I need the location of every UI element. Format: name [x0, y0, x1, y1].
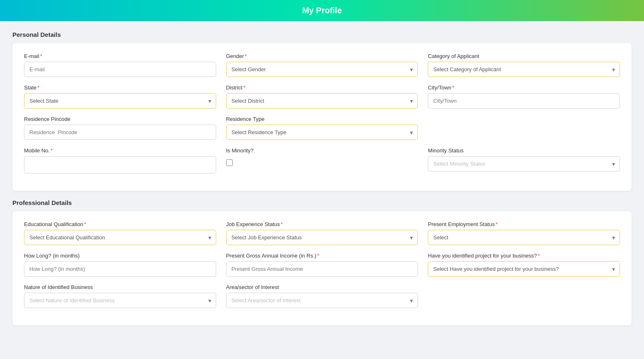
pincode-label: Residence Pincode — [24, 116, 216, 122]
job-exp-group: Job Experience Status* Select Job Experi… — [226, 221, 418, 245]
edu-qual-group: Educational Qualification* Select Educat… — [24, 221, 216, 245]
is-minority-label: Is Minority? — [226, 147, 253, 154]
email-label: E-mail* — [24, 53, 216, 59]
pincode-input[interactable] — [24, 125, 216, 140]
state-select-wrapper: Select State — [24, 93, 216, 108]
how-long-input[interactable] — [24, 261, 216, 277]
job-exp-label: Job Experience Status* — [226, 221, 418, 227]
placeholder-col-3 — [428, 116, 620, 140]
gender-select[interactable]: Select Gender — [226, 62, 418, 77]
identified-project-select[interactable]: Select Have you identified project for y… — [428, 261, 620, 277]
employment-status-label: Present Employment Status* — [428, 221, 620, 227]
minority-status-select-wrapper: Select Minority Status — [428, 156, 620, 171]
identified-project-group: Have you identified project for your bus… — [428, 253, 620, 277]
page-header: My Profile — [0, 0, 644, 21]
personal-details-card: E-mail* Gender* Select Gender Category o… — [12, 43, 632, 191]
employment-status-select[interactable]: Select — [428, 230, 620, 245]
residence-type-label: Residence Type — [226, 116, 418, 122]
email-group: E-mail* — [24, 53, 216, 77]
district-label: District* — [226, 84, 418, 91]
how-long-label: How Long? (in months) — [24, 253, 216, 259]
personal-section-title: Personal Details — [12, 31, 632, 38]
mobile-input[interactable] — [24, 156, 216, 173]
minority-status-label: Minority Status — [428, 147, 620, 154]
page-title: My Profile — [6, 6, 638, 15]
area-sector-group: Area/sector of Interest Select Area/sect… — [226, 284, 418, 308]
category-select[interactable]: Select Category of Applicant — [428, 62, 620, 77]
minority-status-group: Minority Status Select Minority Status — [428, 147, 620, 173]
income-group: Present Gross Annual Income (in Rs.)* — [226, 253, 418, 277]
district-select-wrapper: Select District — [226, 93, 418, 108]
state-group: State* Select State — [24, 84, 216, 108]
state-select[interactable]: Select State — [24, 93, 216, 108]
nature-business-select-wrapper: Select Nature of Identified Business — [24, 293, 216, 308]
job-exp-select[interactable]: Select Job Experience Status — [226, 230, 418, 245]
district-select[interactable]: Select District — [226, 93, 418, 108]
professional-details-card: Educational Qualification* Select Educat… — [12, 211, 632, 325]
mobile-label: Mobile No.* — [24, 147, 216, 154]
personal-row-2: State* Select State District* Select Dis… — [24, 84, 620, 108]
personal-row-3: Residence Pincode Residence Type Select … — [24, 116, 620, 140]
job-exp-select-wrapper: Select Job Experience Status — [226, 230, 418, 245]
city-input[interactable] — [428, 93, 620, 108]
is-minority-checkbox[interactable] — [226, 159, 233, 166]
professional-row-3: Nature of Identified Business Select Nat… — [24, 284, 620, 308]
minority-status-select[interactable]: Select Minority Status — [428, 156, 620, 171]
email-input[interactable] — [24, 62, 216, 77]
income-label: Present Gross Annual Income (in Rs.)* — [226, 253, 418, 259]
category-label: Category of Applicant — [428, 53, 620, 59]
personal-row-1: E-mail* Gender* Select Gender Category o… — [24, 53, 620, 77]
professional-placeholder-col-3 — [428, 284, 620, 308]
professional-section-title: Professional Details — [12, 199, 632, 206]
residence-type-select-wrapper: Select Residence Type — [226, 125, 418, 140]
edu-qual-select-wrapper: Select Educational Qualification — [24, 230, 216, 245]
mobile-group: Mobile No.* — [24, 147, 216, 173]
residence-type-group: Residence Type Select Residence Type — [226, 116, 418, 140]
personal-row-4: Mobile No.* Is Minority? Minority Status… — [24, 147, 620, 173]
is-minority-checkbox-wrapper — [226, 159, 233, 166]
area-sector-label: Area/sector of Interest — [226, 284, 418, 290]
identified-project-select-wrapper: Select Have you identified project for y… — [428, 261, 620, 277]
nature-business-group: Nature of Identified Business Select Nat… — [24, 284, 216, 308]
gender-group: Gender* Select Gender — [226, 53, 418, 77]
city-group: City/Town* — [428, 84, 620, 108]
professional-row-1: Educational Qualification* Select Educat… — [24, 221, 620, 245]
residence-type-select[interactable]: Select Residence Type — [226, 125, 418, 140]
employment-status-group: Present Employment Status* Select — [428, 221, 620, 245]
area-sector-select[interactable]: Select Area/sector of Interest — [226, 293, 418, 308]
category-select-wrapper: Select Category of Applicant — [428, 62, 620, 77]
city-label: City/Town* — [428, 84, 620, 91]
pincode-group: Residence Pincode — [24, 116, 216, 140]
district-group: District* Select District — [226, 84, 418, 108]
professional-row-2: How Long? (in months) Present Gross Annu… — [24, 253, 620, 277]
identified-project-label: Have you identified project for your bus… — [428, 253, 620, 259]
income-input[interactable] — [226, 261, 418, 277]
edu-qual-select[interactable]: Select Educational Qualification — [24, 230, 216, 245]
employment-status-select-wrapper: Select — [428, 230, 620, 245]
category-group: Category of Applicant Select Category of… — [428, 53, 620, 77]
gender-label: Gender* — [226, 53, 418, 59]
state-label: State* — [24, 84, 216, 91]
is-minority-group: Is Minority? — [226, 147, 418, 173]
nature-business-label: Nature of Identified Business — [24, 284, 216, 290]
area-sector-select-wrapper: Select Area/sector of Interest — [226, 293, 418, 308]
edu-qual-label: Educational Qualification* — [24, 221, 216, 227]
page-content: Personal Details E-mail* Gender* Select … — [0, 21, 644, 344]
how-long-group: How Long? (in months) — [24, 253, 216, 277]
gender-select-wrapper: Select Gender — [226, 62, 418, 77]
nature-business-select[interactable]: Select Nature of Identified Business — [24, 293, 216, 308]
